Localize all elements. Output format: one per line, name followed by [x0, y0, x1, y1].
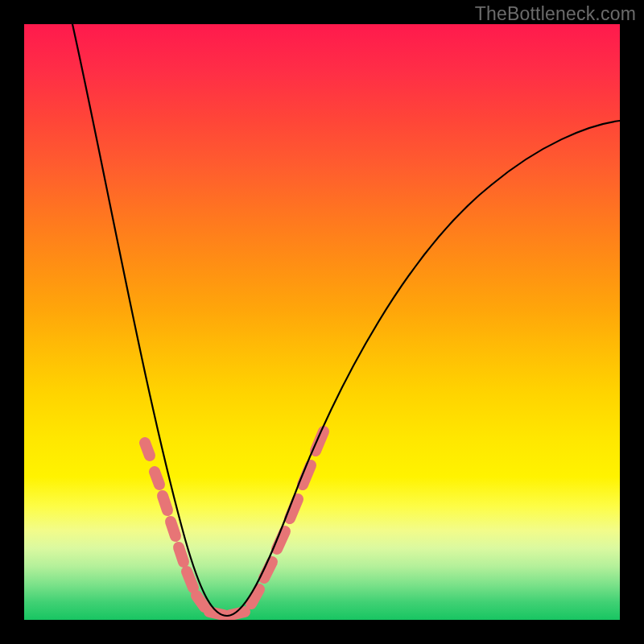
watermark-text: TheBottleneck.com: [475, 3, 636, 25]
plot-area: [24, 24, 620, 620]
curve-dots: [145, 431, 324, 615]
bottleneck-curve: [72, 24, 620, 616]
chart-stage: TheBottleneck.com: [0, 0, 644, 644]
curve-layer: [24, 24, 620, 620]
